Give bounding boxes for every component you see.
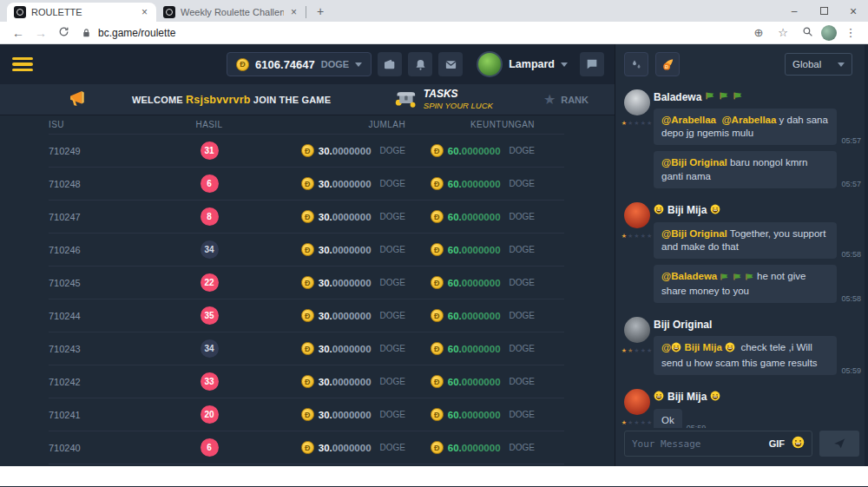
flag-icon (745, 272, 754, 285)
mention[interactable]: Biji Mija (684, 342, 721, 352)
star-rating: ★★★★★ (621, 347, 653, 354)
menu-icon[interactable] (12, 57, 33, 72)
tab-title: ROULETTE (31, 7, 135, 17)
result-badge: 8 (201, 207, 219, 226)
table-row[interactable]: 710248 6 Ð30.0000000DOGE Ð60.0000000DOGE (49, 168, 564, 201)
refresh-icon[interactable] (52, 26, 75, 40)
doge-coin-icon: Ð (301, 276, 314, 289)
tab-weekly-challenge[interactable]: Weekly Roulette Challenge - Win × (156, 3, 306, 22)
grin-emoji-icon (710, 204, 720, 217)
doge-coin-icon: Ð (301, 408, 314, 421)
chat-username[interactable]: Biji Original (654, 319, 712, 331)
tab-roulette[interactable]: ROULETTE × (7, 3, 156, 22)
close-button[interactable]: × (838, 4, 868, 18)
mention[interactable]: @Arabellaa (721, 115, 776, 125)
chat-message-group: ★★★★★ Biji Original @ Biji Mija check te… (621, 317, 861, 380)
minimize-button[interactable]: – (779, 5, 809, 17)
round-id: 710247 (49, 212, 161, 222)
chat-username[interactable]: Baladewa (654, 91, 701, 103)
emoji-picker-icon[interactable] (792, 436, 805, 452)
mention[interactable]: @Arabellaa (661, 115, 716, 125)
round-id: 710244 (49, 311, 161, 321)
gif-button[interactable]: GIF (769, 438, 785, 449)
forward-icon[interactable]: → (30, 26, 52, 40)
chat-username[interactable]: Biji Mija (667, 204, 707, 216)
coin-drop-button[interactable]: Ð (655, 52, 680, 76)
chat-messages: ★★★★★ Baladewa @Arabellaa @Arabellaa y d… (615, 84, 868, 428)
new-tab-button[interactable]: + (306, 4, 334, 22)
rain-button[interactable] (624, 52, 648, 76)
table-row[interactable]: 710242 33 Ð30.0000000DOGE Ð60.0000000DOG… (49, 365, 564, 398)
round-id: 710242 (49, 377, 161, 387)
flag-icon (733, 272, 742, 285)
mention[interactable]: @Biji Original (661, 228, 727, 239)
table-row[interactable]: 710249 31 Ð30.0000000DOGE Ð60.0000000DOG… (49, 135, 564, 168)
chevron-down-icon (838, 63, 845, 67)
doge-coin-icon: Ð (301, 210, 314, 223)
avatar[interactable] (624, 89, 650, 115)
col-isu: ISU (49, 120, 161, 129)
chat-username[interactable]: Biji Mija (667, 391, 707, 403)
avatar[interactable] (624, 317, 650, 343)
address-bar[interactable]: bc.game/roulette (75, 24, 748, 42)
result-badge: 33 (201, 372, 219, 391)
mention[interactable]: @Biji Original (661, 157, 727, 168)
flag-icon (719, 91, 729, 103)
round-id: 710246 (49, 245, 161, 255)
rank-widget[interactable]: ★ RANK (543, 91, 589, 108)
doge-coin-icon: Ð (431, 309, 444, 322)
chat-channel-select[interactable]: Global (785, 53, 852, 76)
user-menu[interactable]: Lampard (477, 51, 568, 77)
mention[interactable]: @Baladewa (661, 271, 717, 281)
result-badge: 34 (201, 339, 219, 358)
result-badge: 34 (201, 240, 219, 259)
chat-header: Ð Global (615, 44, 868, 84)
chat-toggle-button[interactable] (580, 52, 604, 76)
message-input[interactable] (632, 438, 762, 450)
table-row[interactable]: 710241 20 Ð30.0000000DOGE Ð60.0000000DOG… (49, 398, 564, 431)
chat-panel: Ð Global ★★★★★ Baladew (615, 44, 868, 466)
table-row[interactable]: 710247 8 Ð30.0000000DOGE Ð60.0000000DOGE (49, 201, 564, 234)
balance-selector[interactable]: Ð 6106.74647 DOGE (227, 52, 372, 76)
doge-coin-icon: Ð (301, 177, 314, 190)
circle-plus-icon[interactable]: ⊕ (748, 26, 769, 39)
table-row[interactable]: 710245 22 Ð30.0000000DOGE Ð60.0000000DOG… (49, 267, 564, 299)
mail-button[interactable] (438, 52, 463, 76)
message-inputbox[interactable]: GIF (624, 431, 812, 457)
search-icon[interactable] (797, 26, 818, 40)
star-rating: ★★★★★ (621, 419, 653, 426)
chat-scrollbar[interactable] (865, 44, 868, 466)
balance-currency: DOGE (321, 59, 349, 69)
table-row[interactable]: 710246 34 Ð30.0000000DOGE Ð60.0000000DOG… (49, 234, 564, 267)
table-row[interactable]: 710240 6 Ð30.0000000DOGE Ð60.0000000DOGE (49, 431, 564, 464)
avatar[interactable] (624, 202, 650, 228)
table-row[interactable]: 710244 35 Ð30.0000000DOGE Ð60.0000000DOG… (49, 299, 564, 332)
browser-profile-avatar[interactable] (821, 25, 837, 41)
bookmark-star-icon[interactable]: ☆ (773, 26, 793, 39)
result-badge: 22 (201, 273, 219, 292)
avatar[interactable] (624, 389, 650, 415)
table-row[interactable]: 710243 34 Ð30.0000000DOGE Ð60.0000000DOG… (49, 332, 564, 365)
wallet-button[interactable] (378, 52, 402, 76)
send-button[interactable] (819, 431, 859, 457)
doge-coin-icon: Ð (301, 144, 314, 157)
welcome-text: WELCOME Rsjsbvvrvrb JOIN THE GAME (132, 94, 331, 106)
chrome-menu-icon[interactable]: ⋮ (840, 26, 861, 39)
notifications-bell-button[interactable] (408, 52, 432, 76)
tasks-title: TASKS (424, 89, 493, 100)
mention[interactable]: @ (661, 342, 671, 352)
tab-close-icon[interactable]: × (289, 6, 299, 18)
doge-coin-icon: Ð (431, 375, 444, 388)
flag-icon (720, 272, 729, 285)
tasks-widget[interactable]: TASKS SPIN YOUR LUCK (394, 88, 493, 112)
col-hasil: HASIL (196, 120, 223, 129)
maximize-button[interactable] (809, 5, 838, 17)
username: Lampard (509, 58, 555, 70)
result-badge: 6 (201, 174, 219, 193)
tab-close-icon[interactable]: × (140, 6, 149, 18)
chat-message-group: ★★★★★ Biji Mija @Biji Original Together,… (621, 202, 861, 310)
round-id: 710240 (49, 443, 161, 453)
chat-message: @ Biji Mija check tele ,i Will send u ho… (654, 336, 861, 374)
back-icon[interactable]: ← (7, 26, 30, 40)
app-header: Ð 6106.74647 DOGE (0, 44, 615, 84)
